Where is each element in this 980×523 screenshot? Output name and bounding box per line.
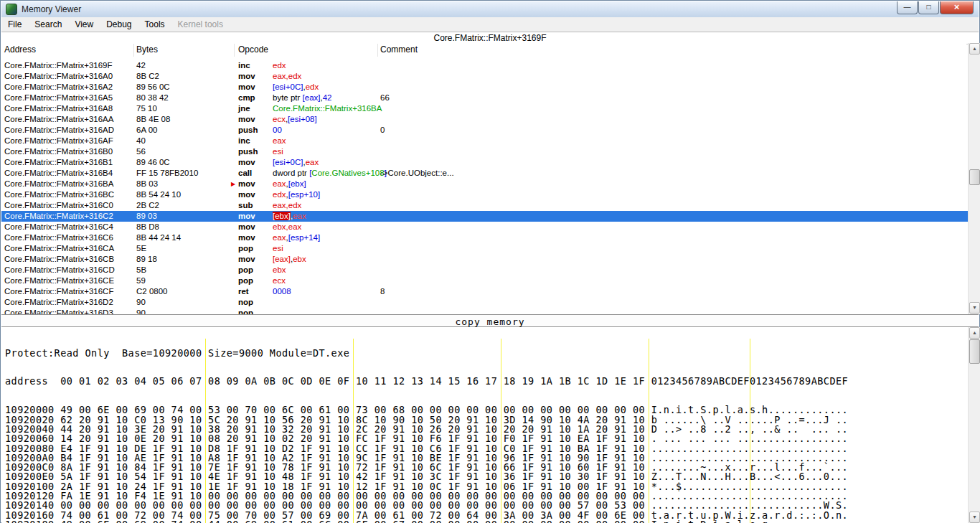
instruction-bytes: 8B D8 (136, 222, 159, 232)
disassembly-scrollbar[interactable]: ▲ ▼ (968, 43, 980, 314)
instruction-address: Core.FMatrix::FMatrix+316CF (4, 286, 113, 297)
disasm-row[interactable]: Core.FMatrix::FMatrix+316AA8B 4E 08movec… (1, 114, 968, 125)
hex-row[interactable]: 10920180 49 00 6E 00 69 00 74 00 44 00 6… (5, 520, 971, 523)
column-header-bytes[interactable]: Bytes (136, 44, 158, 55)
menu-debug[interactable]: Debug (100, 17, 138, 32)
operand-token: [eax] (273, 255, 291, 263)
instruction-address: Core.FMatrix::FMatrix+316D2 (4, 297, 113, 308)
instruction-opcode: nop (238, 297, 253, 308)
disasm-row[interactable]: Core.FMatrix::FMatrix+316C68B 44 24 14mo… (1, 232, 968, 243)
disasm-row[interactable]: Core.FMatrix::FMatrix+316CD5Bpopebx (1, 265, 968, 275)
minimize-button[interactable]: — (897, 1, 918, 14)
instruction-opcode: ret (238, 286, 249, 297)
instruction-bytes: 75 10 (136, 103, 157, 114)
menu-file[interactable]: File (1, 17, 28, 32)
disasm-row[interactable]: Core.FMatrix::FMatrix+316BC8B 54 24 10mo… (1, 189, 968, 200)
instruction-operands: eax,[esp+14] (273, 232, 320, 243)
instruction-operands: eax,edx (273, 200, 301, 211)
menu-tools[interactable]: Tools (138, 17, 171, 32)
close-button[interactable]: × (940, 1, 974, 14)
disasm-row[interactable]: Core.FMatrix::FMatrix+3169F42incedx (1, 60, 968, 71)
instruction-operands: ecx (273, 275, 286, 286)
column-header-opcode[interactable]: Opcode (238, 44, 268, 55)
scroll-up-icon[interactable]: ▲ (969, 327, 980, 339)
current-address-bar[interactable]: Core.FMatrix::FMatrix+3169F (1, 32, 979, 44)
disasm-row[interactable]: Core.FMatrix::FMatrix+316C48B D8movebx,e… (1, 222, 968, 232)
instruction-operands: byte ptr [eax],42 (273, 93, 332, 103)
operand-token: eax (273, 179, 286, 188)
maximize-button[interactable]: □ (918, 1, 939, 14)
disasm-row[interactable]: ▶Core.FMatrix::FMatrix+316BA8B 03moveax,… (1, 179, 968, 189)
instruction-operands: ebx,eax (273, 222, 301, 232)
instruction-bytes: 89 03 (136, 211, 157, 222)
instruction-address: Core.FMatrix::FMatrix+316A2 (4, 82, 113, 93)
disasm-row[interactable]: Core.FMatrix::FMatrix+316CA5Epopesi (1, 243, 968, 254)
splitter-bar[interactable]: copy memory (1, 314, 979, 327)
disasm-row[interactable]: Core.FMatrix::FMatrix+316AD6A 00push000 (1, 125, 968, 136)
menu-view[interactable]: View (68, 17, 100, 32)
column-separator (133, 44, 134, 57)
window-title: Memory Viewer (22, 1, 81, 17)
window-controls: — □ × (896, 1, 974, 14)
operand-token: eax (293, 212, 306, 220)
instruction-opcode: call (238, 168, 252, 179)
column-header-address[interactable]: Address (4, 44, 36, 55)
instruction-opcode: cmp (238, 93, 255, 103)
instruction-opcode: push (238, 146, 258, 157)
instruction-address: Core.FMatrix::FMatrix+316B4 (4, 168, 113, 179)
instruction-address: Core.FMatrix::FMatrix+3169F (4, 60, 113, 71)
instruction-opcode: mov (238, 189, 255, 200)
scroll-down-icon[interactable]: ▼ (969, 302, 980, 314)
disasm-row[interactable]: Core.FMatrix::FMatrix+316CB89 18mov[eax]… (1, 254, 968, 265)
disasm-row[interactable]: Core.FMatrix::FMatrix+316CFC2 0800ret000… (1, 286, 968, 297)
operand-token: [esi+0C] (273, 158, 303, 166)
operand-token: eax (273, 136, 286, 145)
disassembly-column-header: Address Bytes Opcode Comment (1, 44, 966, 57)
instruction-address: Core.FMatrix::FMatrix+316CD (4, 265, 115, 275)
disasm-row[interactable]: Core.FMatrix::FMatrix+316A875 10jneCore.… (1, 103, 968, 114)
instruction-bytes: 2B C2 (136, 200, 159, 211)
disasm-row[interactable]: Core.FMatrix::FMatrix+316C289 03mov[ebx]… (1, 211, 968, 222)
instruction-operands: eax,[ebx] (273, 179, 306, 189)
instruction-bytes: 8B C2 (136, 71, 159, 82)
instruction-bytes: 8B 03 (136, 179, 158, 189)
instruction-comment: 66 (380, 93, 390, 103)
instruction-address: Core.FMatrix::FMatrix+316A8 (4, 103, 113, 114)
menu-search[interactable]: Search (28, 17, 68, 32)
column-header-comment[interactable]: Comment (380, 44, 418, 55)
disasm-row[interactable]: Core.FMatrix::FMatrix+316D290nop (1, 297, 968, 308)
instruction-operands: [esi+0C],edx (273, 82, 319, 93)
operand-token: ebx (293, 255, 306, 263)
disasm-row[interactable]: Core.FMatrix::FMatrix+316A289 56 0Cmov[e… (1, 82, 968, 93)
instruction-opcode: push (238, 125, 258, 136)
disasm-row[interactable]: Core.FMatrix::FMatrix+316A580 38 42cmpby… (1, 93, 968, 103)
operand-token: edx (273, 190, 286, 199)
instruction-address: Core.FMatrix::FMatrix+316C4 (4, 222, 113, 232)
scroll-up-icon[interactable]: ▲ (969, 43, 980, 55)
instruction-address: Core.FMatrix::FMatrix+316B1 (4, 157, 113, 168)
disasm-row[interactable]: Core.FMatrix::FMatrix+316A08B C2moveax,e… (1, 71, 968, 82)
operand-token: 0008 (273, 287, 291, 296)
disassembly-scrollbar-thumb[interactable] (969, 169, 980, 185)
disasm-row[interactable]: Core.FMatrix::FMatrix+316AF40inceax (1, 136, 968, 146)
app-icon (6, 4, 17, 15)
instruction-bytes: 80 38 42 (136, 93, 169, 103)
instruction-address: Core.FMatrix::FMatrix+316CB (4, 254, 114, 265)
operand-token: dword ptr (273, 169, 309, 177)
disasm-row[interactable]: Core.FMatrix::FMatrix+316C02B C2subeax,e… (1, 200, 968, 211)
disasm-row[interactable]: Core.FMatrix::FMatrix+316CE59popecx (1, 275, 968, 286)
instruction-bytes: 8B 4E 08 (136, 114, 170, 125)
window-frame: Memory Viewer — □ × FileSearchViewDebugT… (0, 0, 980, 523)
disasm-row[interactable]: Core.FMatrix::FMatrix+316B189 46 0Cmov[e… (1, 157, 968, 168)
instruction-operands: ecx,[esi+08] (273, 114, 317, 125)
disasm-row[interactable]: Core.FMatrix::FMatrix+316B056pushesi (1, 146, 968, 157)
menu-kernel-tools: Kernel tools (171, 17, 230, 32)
instruction-bytes: 6A 00 (136, 125, 157, 136)
instruction-opcode: mov (238, 179, 255, 189)
hex-view: Protect:Read Only Base=10920000 Size=900… (1, 327, 971, 523)
hexview-rows: 10920000 49 00 6E 00 69 00 74 00 53 00 7… (5, 405, 971, 523)
operand-token: Core.FMatrix::FMatrix+316BA (273, 104, 382, 113)
instruction-operands: eax,edx (273, 71, 301, 82)
hex-info-line: Protect:Read Only Base=10920000 Size=900… (5, 349, 971, 358)
disasm-row[interactable]: Core.FMatrix::FMatrix+316B4FF 15 78FB201… (1, 168, 968, 179)
